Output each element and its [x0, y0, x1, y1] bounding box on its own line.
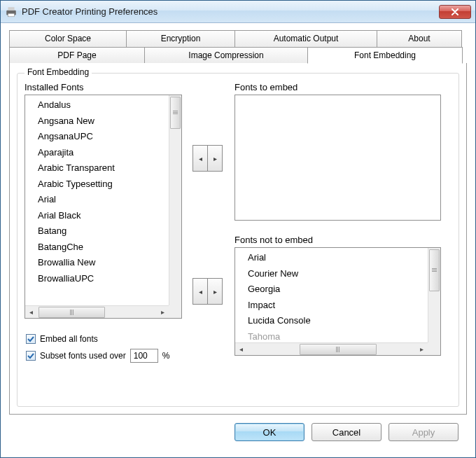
tab-encryption[interactable]: Encryption [126, 30, 235, 47]
ok-button[interactable]: OK [234, 423, 304, 441]
titlebar: PDF Creator Printing Preferences [1, 1, 475, 23]
scroll-left-icon[interactable]: ◂ [25, 307, 37, 318]
list-item[interactable]: Arial [248, 250, 428, 266]
tab-image-compression[interactable]: Image Compression [144, 47, 308, 64]
check-icon [27, 335, 34, 342]
tab-about[interactable]: About [377, 30, 462, 47]
remove-from-embed-button[interactable]: ◂ [192, 145, 208, 172]
add-to-notembed-button[interactable]: ▸ [207, 278, 223, 305]
vertical-scrollbar[interactable] [428, 248, 440, 342]
list-item[interactable]: AngsanaUPC [38, 129, 169, 145]
add-to-embed-button[interactable]: ▸ [207, 145, 223, 172]
cancel-button[interactable]: Cancel [312, 423, 382, 441]
chevron-right-icon: ▸ [214, 288, 217, 296]
installed-fonts-list[interactable]: Andalus Angsana New AngsanaUPC Aparajita… [24, 95, 182, 319]
scroll-right-icon[interactable]: ▸ [416, 344, 428, 355]
scroll-corner [428, 342, 440, 355]
right-column: Fonts to embed Fonts not to embed Arial … [234, 82, 451, 356]
installed-column: Installed Fonts Andalus Angsana New Angs… [24, 82, 182, 319]
list-item[interactable]: Andalus [38, 97, 169, 113]
tab-font-embedding[interactable]: Font Embedding [307, 47, 463, 64]
list-item[interactable]: Lucida Console [248, 313, 428, 329]
list-item[interactable]: Browallia New [38, 255, 169, 271]
list-item[interactable]: Impact [248, 298, 428, 314]
percent-label: % [162, 351, 170, 361]
close-icon [451, 8, 459, 15]
window: PDF Creator Printing Preferences Color S… [0, 0, 476, 458]
window-title: PDF Creator Printing Preferences [22, 6, 439, 17]
svg-rect-2 [8, 13, 15, 17]
fonts-to-embed-list[interactable] [234, 95, 441, 221]
list-item[interactable]: Arabic Typesetting [38, 176, 169, 193]
chevron-right-icon: ▸ [214, 155, 217, 162]
embed-all-fonts-checkbox[interactable] [26, 334, 36, 344]
list-item[interactable]: Courier New [248, 266, 428, 282]
list-item[interactable]: Angsana New [38, 113, 169, 130]
embed-all-fonts-label: Embed all fonts [40, 334, 98, 344]
transfer-buttons-notembed: ◂ ▸ [192, 278, 223, 305]
groupbox-label: Font Embedding [24, 67, 92, 77]
close-button[interactable] [439, 5, 471, 19]
subset-fonts-checkbox[interactable] [26, 351, 36, 361]
horizontal-scrollbar[interactable]: ◂ ▸ [235, 342, 428, 355]
fonts-to-embed-label: Fonts to embed [234, 82, 451, 92]
fonts-not-to-embed-list[interactable]: Arial Courier New Georgia Impact Lucida … [234, 247, 441, 356]
check-icon [27, 352, 34, 359]
remove-from-notembed-button[interactable]: ◂ [192, 278, 208, 305]
chevron-left-icon: ◂ [199, 288, 202, 296]
scroll-right-icon[interactable]: ▸ [157, 307, 169, 318]
fonts-not-to-embed-label: Fonts not to embed [234, 235, 451, 245]
list-item[interactable]: BrowalliaUPC [38, 271, 169, 287]
apply-button: Apply [388, 423, 458, 441]
dialog-buttons: OK Cancel Apply [9, 415, 467, 441]
options: Embed all fonts Subset fonts used over % [26, 331, 169, 364]
vertical-scrollbar[interactable] [169, 95, 181, 305]
list-item[interactable]: Aparajita [38, 145, 169, 161]
chevron-left-icon: ◂ [199, 155, 202, 162]
tab-pane-font-embedding: Font Embedding Installed Fonts Andalus A… [9, 63, 467, 415]
scroll-left-icon[interactable]: ◂ [235, 344, 247, 355]
tab-strip: Color Space Encryption Automatic Output … [9, 30, 467, 415]
horizontal-scrollbar[interactable]: ◂ ▸ [25, 305, 169, 318]
list-item[interactable]: Arial Black [38, 208, 169, 224]
tab-automatic-output[interactable]: Automatic Output [234, 30, 377, 47]
groupbox-font-embedding: Font Embedding Installed Fonts Andalus A… [17, 73, 459, 407]
list-item[interactable]: Tahoma [248, 329, 428, 343]
tab-color-space[interactable]: Color Space [9, 30, 127, 47]
subset-fonts-label: Subset fonts used over [40, 351, 126, 361]
tab-pdf-page[interactable]: PDF Page [9, 47, 145, 64]
list-item[interactable]: BatangChe [38, 240, 169, 256]
client-area: Color Space Encryption Automatic Output … [1, 23, 475, 457]
group-content: Installed Fonts Andalus Angsana New Angs… [24, 82, 451, 401]
svg-rect-1 [8, 7, 15, 11]
list-item[interactable]: Batang [38, 223, 169, 240]
list-item[interactable]: Georgia [248, 282, 428, 298]
subset-percent-input[interactable] [130, 349, 158, 363]
transfer-buttons-embed: ◂ ▸ [192, 145, 223, 172]
list-item[interactable]: Arial [38, 192, 169, 208]
installed-fonts-label: Installed Fonts [24, 82, 182, 92]
printer-icon [5, 6, 18, 18]
scroll-corner [169, 305, 181, 318]
list-item[interactable]: Arabic Transparent [38, 160, 169, 176]
